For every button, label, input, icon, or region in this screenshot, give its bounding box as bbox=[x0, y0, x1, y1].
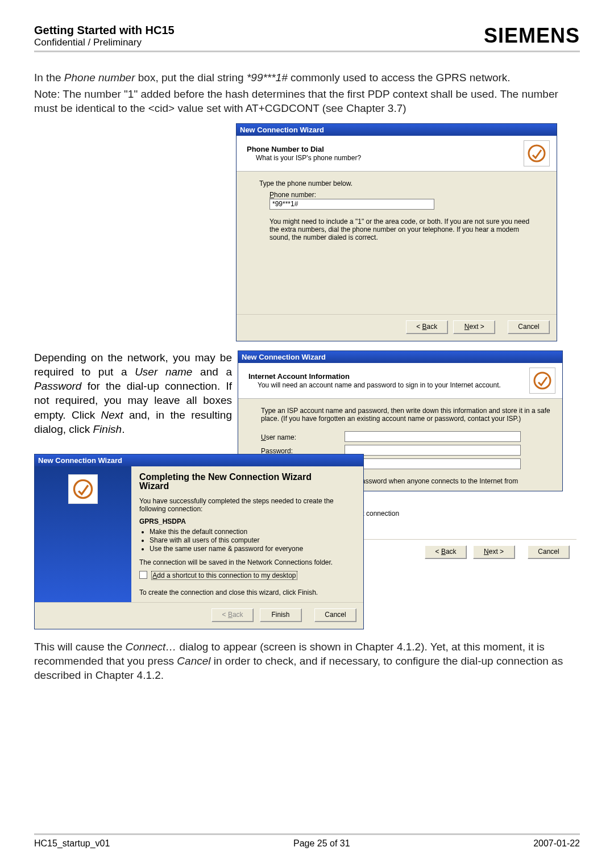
username-label: User name: bbox=[261, 433, 296, 441]
connection-name: GPRS_HSDPA bbox=[139, 518, 186, 525]
wizard3-titlebar: New Connection Wizard bbox=[35, 454, 363, 466]
back-button[interactable]: < Back bbox=[406, 320, 448, 334]
footer-mid: Page 25 of 31 bbox=[293, 838, 350, 849]
wizard3-side-graphic bbox=[35, 466, 131, 602]
wizard2-subheading: You will need an account name and passwo… bbox=[248, 381, 501, 389]
wizard1-heading: Phone Number to Dial bbox=[247, 145, 324, 153]
next-button[interactable]: Next > bbox=[453, 320, 495, 334]
back-button: < Back bbox=[211, 608, 254, 622]
finish-button[interactable]: Finish bbox=[260, 608, 302, 622]
confirm-password-input[interactable] bbox=[345, 458, 521, 469]
username-input[interactable] bbox=[345, 431, 521, 442]
paragraph-note: Note: The number "1" added before the ha… bbox=[34, 87, 580, 115]
phone-number-label: Phone number: bbox=[269, 191, 316, 199]
wizard-icon bbox=[524, 140, 550, 166]
phone-number-input[interactable]: *99***1# bbox=[269, 199, 434, 210]
paragraph-phone-number: In the Phone number box, put the dial st… bbox=[34, 70, 580, 85]
brand-logo: SIEMENS bbox=[484, 24, 580, 48]
wizard3-li2: Share with all users of this computer bbox=[150, 536, 355, 544]
wizard3-p3: To create the connection and close this … bbox=[139, 589, 355, 596]
wizard3-p2: The connection will be saved in the Netw… bbox=[139, 558, 355, 566]
wizard3-li1: Make this the default connection bbox=[150, 528, 355, 536]
paragraph-closing: This will cause the Connect… dialog to a… bbox=[34, 640, 580, 682]
wizard-icon bbox=[529, 368, 555, 394]
shortcut-label: Add a shortcut to this connection to my … bbox=[151, 571, 297, 580]
wizard3-p1: You have successfully completed the step… bbox=[139, 497, 355, 513]
wizard2-heading: Internet Account Information bbox=[248, 372, 350, 381]
wizard1-instruction: Type the phone number below. bbox=[259, 180, 544, 187]
svg-point-1 bbox=[534, 373, 550, 389]
cancel-button[interactable]: Cancel bbox=[508, 320, 550, 334]
wizard3-li3: Use the same user name & password for ev… bbox=[150, 545, 355, 553]
wizard1-hint: You might need to include a "1" or the a… bbox=[269, 218, 537, 241]
wizard1-subheading: What is your ISP's phone number? bbox=[247, 154, 361, 162]
wizard2-titlebar: New Connection Wizard bbox=[238, 351, 562, 363]
next-button[interactable]: Next > bbox=[473, 545, 515, 559]
password-input[interactable] bbox=[345, 445, 521, 456]
wizard1-titlebar: New Connection Wizard bbox=[237, 124, 557, 136]
wizard2-description: Type an ISP account name and password, t… bbox=[261, 407, 551, 423]
svg-point-0 bbox=[529, 145, 545, 161]
svg-point-2 bbox=[74, 481, 92, 498]
footer-left: HC15_startup_v01 bbox=[34, 838, 110, 849]
page-header-title: Getting Started with HC15 bbox=[34, 24, 175, 37]
back-button[interactable]: < Back bbox=[425, 545, 467, 559]
page-header-subtitle: Confidential / Preliminary bbox=[34, 37, 175, 48]
footer-right: 2007-01-22 bbox=[533, 838, 580, 849]
shortcut-checkbox[interactable] bbox=[139, 571, 147, 579]
wizard3-heading-2: Wizard bbox=[139, 481, 355, 491]
cancel-button[interactable]: Cancel bbox=[314, 608, 356, 622]
cancel-button[interactable]: Cancel bbox=[528, 545, 570, 559]
